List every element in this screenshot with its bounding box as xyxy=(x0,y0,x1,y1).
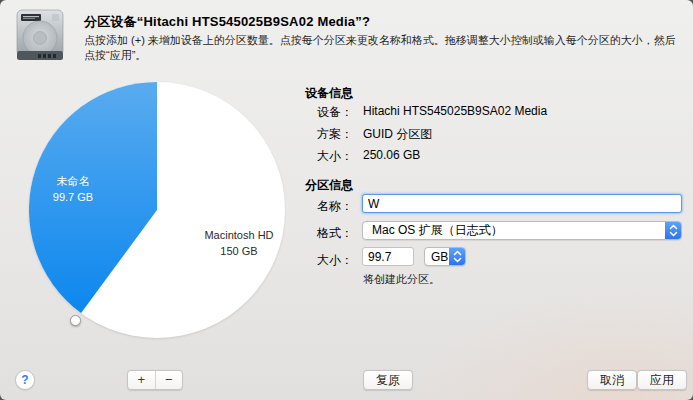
remove-partition-button[interactable]: − xyxy=(156,371,183,389)
chevron-up-down-icon xyxy=(665,222,681,239)
format-select[interactable]: Mac OS 扩展（日志式） xyxy=(362,221,682,240)
format-label: 格式： xyxy=(298,225,353,242)
partition-pie-chart xyxy=(29,82,285,338)
size-label: 大小： xyxy=(298,252,353,269)
add-remove-segmented-control: + − xyxy=(127,370,183,390)
size-unit-select[interactable]: GB xyxy=(424,247,466,266)
help-button[interactable]: ? xyxy=(15,370,35,390)
device-value: Hitachi HTS545025B9SA02 Media xyxy=(363,104,547,118)
device-label: 设备： xyxy=(298,104,353,121)
device-size-value: 250.06 GB xyxy=(363,148,420,162)
partition-info-heading: 分区信息 xyxy=(305,177,353,194)
hard-disk-icon xyxy=(14,9,66,61)
size-input[interactable] xyxy=(362,247,414,266)
device-info-heading: 设备信息 xyxy=(305,85,353,102)
name-input[interactable] xyxy=(362,194,682,213)
dialog-title: 分区设备“Hitachi HTS545025B9SA02 Media”? xyxy=(84,13,370,31)
size-unit-value: GB xyxy=(425,250,449,264)
apply-button[interactable]: 应用 xyxy=(637,370,687,390)
format-select-value: Mac OS 扩展（日志式） xyxy=(363,222,665,239)
device-size-label: 大小： xyxy=(298,148,353,165)
add-partition-button[interactable]: + xyxy=(128,371,156,389)
dialog-description: 点按添加 (+) 来增加设备上的分区数量。点按每个分区来更改名称和格式。拖移调整… xyxy=(84,33,684,63)
scheme-value: GUID 分区图 xyxy=(363,126,432,143)
partition-dialog: 分区设备“Hitachi HTS545025B9SA02 Media”? 点按添… xyxy=(0,0,693,400)
scheme-label: 方案： xyxy=(298,126,353,143)
chevron-up-down-icon xyxy=(449,248,465,265)
name-label: 名称： xyxy=(298,198,353,215)
cancel-button[interactable]: 取消 xyxy=(587,370,637,390)
revert-button[interactable]: 复原 xyxy=(363,370,413,390)
partition-note: 将创建此分区。 xyxy=(363,272,440,287)
